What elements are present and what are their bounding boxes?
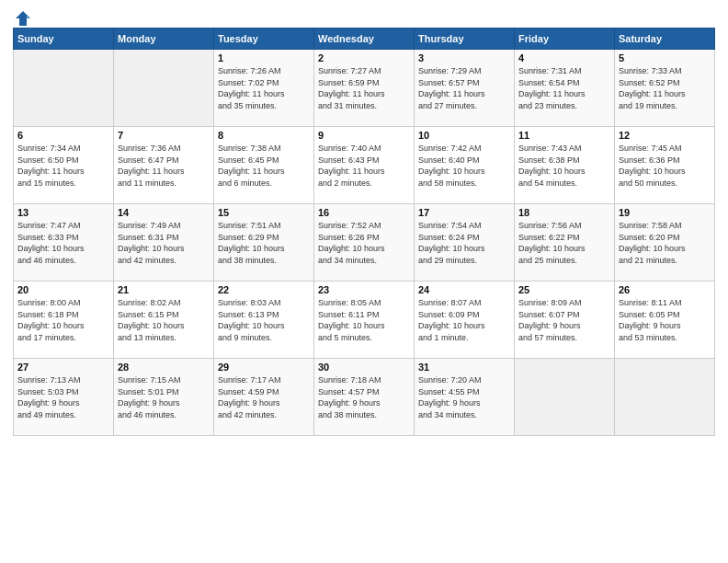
day-number: 12 [619, 130, 711, 141]
day-info: Sunrise: 7:31 AMSunset: 6:54 PMDaylight:… [518, 65, 610, 111]
weekday-header-row: SundayMondayTuesdayWednesdayThursdayFrid… [14, 29, 715, 50]
calendar-cell: 5Sunrise: 7:33 AMSunset: 6:52 PMDaylight… [615, 50, 715, 127]
day-number: 5 [619, 52, 711, 63]
calendar-cell: 30Sunrise: 7:18 AMSunset: 4:57 PMDayligh… [314, 359, 415, 436]
day-info: Sunrise: 7:13 AMSunset: 5:03 PMDaylight:… [17, 374, 109, 420]
day-info: Sunrise: 7:17 AMSunset: 4:59 PMDaylight:… [218, 374, 310, 420]
calendar-cell: 3Sunrise: 7:29 AMSunset: 6:57 PMDaylight… [415, 50, 515, 127]
day-info: Sunrise: 8:00 AMSunset: 6:18 PMDaylight:… [17, 297, 109, 343]
day-number: 24 [418, 284, 510, 295]
calendar-week-row: 20Sunrise: 8:00 AMSunset: 6:18 PMDayligh… [14, 282, 715, 359]
weekday-header-saturday: Saturday [615, 29, 715, 50]
day-info: Sunrise: 8:05 AMSunset: 6:11 PMDaylight:… [318, 297, 410, 343]
calendar-cell: 31Sunrise: 7:20 AMSunset: 4:55 PMDayligh… [415, 359, 515, 436]
day-number: 9 [318, 130, 410, 141]
weekday-header-thursday: Thursday [415, 29, 515, 50]
day-number: 8 [218, 130, 310, 141]
calendar-cell: 2Sunrise: 7:27 AMSunset: 6:59 PMDaylight… [314, 50, 415, 127]
calendar-week-row: 13Sunrise: 7:47 AMSunset: 6:33 PMDayligh… [14, 204, 715, 282]
day-number: 13 [17, 207, 109, 218]
day-info: Sunrise: 7:20 AMSunset: 4:55 PMDaylight:… [418, 374, 510, 420]
day-number: 18 [518, 207, 610, 218]
header [13, 9, 715, 24]
day-info: Sunrise: 8:11 AMSunset: 6:05 PMDaylight:… [619, 297, 711, 343]
calendar-cell: 26Sunrise: 8:11 AMSunset: 6:05 PMDayligh… [615, 282, 715, 359]
day-number: 22 [218, 284, 310, 295]
logo-icon [14, 9, 32, 28]
calendar-cell [515, 359, 615, 436]
day-info: Sunrise: 7:27 AMSunset: 6:59 PMDaylight:… [318, 65, 410, 111]
day-number: 26 [619, 284, 711, 295]
calendar-cell: 17Sunrise: 7:54 AMSunset: 6:24 PMDayligh… [415, 204, 515, 282]
day-number: 10 [418, 130, 510, 141]
calendar-cell: 12Sunrise: 7:45 AMSunset: 6:36 PMDayligh… [615, 127, 715, 204]
day-number: 29 [218, 362, 310, 373]
page-container: SundayMondayTuesdayWednesdayThursdayFrid… [0, 0, 728, 442]
day-number: 6 [17, 130, 109, 141]
calendar-cell: 13Sunrise: 7:47 AMSunset: 6:33 PMDayligh… [14, 204, 114, 282]
weekday-header-sunday: Sunday [14, 29, 114, 50]
day-number: 3 [418, 52, 510, 63]
day-number: 19 [619, 207, 711, 218]
day-info: Sunrise: 8:09 AMSunset: 6:07 PMDaylight:… [518, 297, 610, 343]
day-number: 17 [418, 207, 510, 218]
day-info: Sunrise: 7:58 AMSunset: 6:20 PMDaylight:… [619, 220, 711, 266]
day-number: 14 [118, 207, 210, 218]
calendar-cell: 15Sunrise: 7:51 AMSunset: 6:29 PMDayligh… [214, 204, 314, 282]
day-info: Sunrise: 7:54 AMSunset: 6:24 PMDaylight:… [418, 220, 510, 266]
day-info: Sunrise: 7:45 AMSunset: 6:36 PMDaylight:… [619, 143, 711, 189]
calendar-week-row: 27Sunrise: 7:13 AMSunset: 5:03 PMDayligh… [14, 359, 715, 436]
calendar-cell: 6Sunrise: 7:34 AMSunset: 6:50 PMDaylight… [14, 127, 114, 204]
calendar-cell: 25Sunrise: 8:09 AMSunset: 6:07 PMDayligh… [515, 282, 615, 359]
day-number: 27 [17, 362, 109, 373]
day-info: Sunrise: 7:56 AMSunset: 6:22 PMDaylight:… [518, 220, 610, 266]
day-info: Sunrise: 8:03 AMSunset: 6:13 PMDaylight:… [218, 297, 310, 343]
calendar-cell: 7Sunrise: 7:36 AMSunset: 6:47 PMDaylight… [114, 127, 214, 204]
calendar-week-row: 1Sunrise: 7:26 AMSunset: 7:02 PMDaylight… [14, 50, 715, 127]
day-info: Sunrise: 7:51 AMSunset: 6:29 PMDaylight:… [218, 220, 310, 266]
day-info: Sunrise: 7:42 AMSunset: 6:40 PMDaylight:… [418, 143, 510, 189]
calendar-cell: 20Sunrise: 8:00 AMSunset: 6:18 PMDayligh… [14, 282, 114, 359]
day-info: Sunrise: 7:40 AMSunset: 6:43 PMDaylight:… [318, 143, 410, 189]
calendar-week-row: 6Sunrise: 7:34 AMSunset: 6:50 PMDaylight… [14, 127, 715, 204]
day-number: 11 [518, 130, 610, 141]
day-info: Sunrise: 8:07 AMSunset: 6:09 PMDaylight:… [418, 297, 510, 343]
calendar-cell: 11Sunrise: 7:43 AMSunset: 6:38 PMDayligh… [515, 127, 615, 204]
day-number: 28 [118, 362, 210, 373]
weekday-header-friday: Friday [515, 29, 615, 50]
calendar-body: 1Sunrise: 7:26 AMSunset: 7:02 PMDaylight… [14, 50, 715, 436]
day-info: Sunrise: 7:43 AMSunset: 6:38 PMDaylight:… [518, 143, 610, 189]
day-info: Sunrise: 7:52 AMSunset: 6:26 PMDaylight:… [318, 220, 410, 266]
weekday-header-tuesday: Tuesday [214, 29, 314, 50]
calendar-cell: 23Sunrise: 8:05 AMSunset: 6:11 PMDayligh… [314, 282, 415, 359]
day-info: Sunrise: 7:34 AMSunset: 6:50 PMDaylight:… [17, 143, 109, 189]
calendar-cell: 10Sunrise: 7:42 AMSunset: 6:40 PMDayligh… [415, 127, 515, 204]
day-info: Sunrise: 7:18 AMSunset: 4:57 PMDaylight:… [318, 374, 410, 420]
calendar-cell: 16Sunrise: 7:52 AMSunset: 6:26 PMDayligh… [314, 204, 415, 282]
calendar-cell: 4Sunrise: 7:31 AMSunset: 6:54 PMDaylight… [515, 50, 615, 127]
logo [13, 9, 33, 24]
weekday-header-monday: Monday [114, 29, 214, 50]
day-number: 15 [218, 207, 310, 218]
calendar-cell: 21Sunrise: 8:02 AMSunset: 6:15 PMDayligh… [114, 282, 214, 359]
day-info: Sunrise: 7:29 AMSunset: 6:57 PMDaylight:… [418, 65, 510, 111]
day-number: 31 [418, 362, 510, 373]
weekday-header-wednesday: Wednesday [314, 29, 415, 50]
day-info: Sunrise: 7:47 AMSunset: 6:33 PMDaylight:… [17, 220, 109, 266]
day-info: Sunrise: 7:38 AMSunset: 6:45 PMDaylight:… [218, 143, 310, 189]
day-number: 25 [518, 284, 610, 295]
day-info: Sunrise: 7:49 AMSunset: 6:31 PMDaylight:… [118, 220, 210, 266]
calendar-cell: 9Sunrise: 7:40 AMSunset: 6:43 PMDaylight… [314, 127, 415, 204]
calendar-cell: 18Sunrise: 7:56 AMSunset: 6:22 PMDayligh… [515, 204, 615, 282]
day-number: 30 [318, 362, 410, 373]
day-number: 2 [318, 52, 410, 63]
calendar-cell: 22Sunrise: 8:03 AMSunset: 6:13 PMDayligh… [214, 282, 314, 359]
day-number: 20 [17, 284, 109, 295]
calendar-cell: 29Sunrise: 7:17 AMSunset: 4:59 PMDayligh… [214, 359, 314, 436]
calendar-cell: 28Sunrise: 7:15 AMSunset: 5:01 PMDayligh… [114, 359, 214, 436]
day-number: 16 [318, 207, 410, 218]
day-number: 7 [118, 130, 210, 141]
calendar-table: SundayMondayTuesdayWednesdayThursdayFrid… [13, 28, 715, 436]
day-number: 23 [318, 284, 410, 295]
calendar-cell [615, 359, 715, 436]
